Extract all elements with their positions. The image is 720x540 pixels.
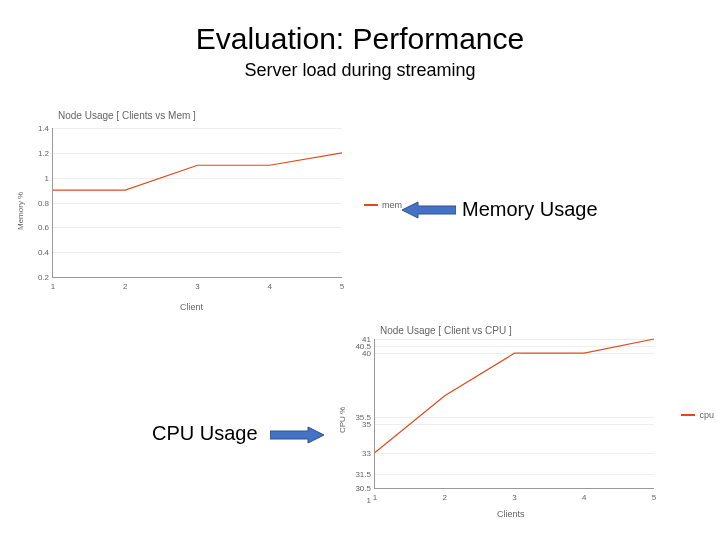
y-tick: 1 — [349, 495, 371, 504]
y-tick: 1.2 — [27, 148, 49, 157]
y-tick: 0.6 — [27, 223, 49, 232]
x-tick: 4 — [268, 282, 272, 291]
svg-marker-0 — [402, 202, 456, 218]
y-tick: 30.5 — [349, 484, 371, 493]
x-tick: 3 — [195, 282, 199, 291]
line-series — [375, 339, 654, 488]
y-axis-label: Memory % — [16, 192, 25, 230]
y-axis-label: CPU % — [338, 407, 347, 433]
arrow-right-icon — [270, 425, 324, 445]
y-tick: 1.4 — [27, 124, 49, 133]
svg-marker-1 — [270, 427, 324, 443]
x-axis-label: Clients — [497, 509, 525, 519]
legend: cpu — [681, 410, 714, 420]
chart-title: Node Usage [ Clients vs Mem ] — [58, 110, 196, 121]
legend: mem — [364, 200, 402, 210]
memory-callout: Memory Usage — [462, 198, 598, 221]
x-tick: 1 — [373, 493, 377, 502]
plot-area: 41 40.5 40 35.5 35 33 31.5 30.5 1 1 2 3 … — [374, 339, 654, 489]
y-tick: 31.5 — [349, 469, 371, 478]
y-tick: 33 — [349, 448, 371, 457]
legend-swatch — [681, 414, 695, 416]
chart-title: Node Usage [ Client vs CPU ] — [380, 325, 512, 336]
x-tick: 1 — [51, 282, 55, 291]
y-tick: 40 — [349, 349, 371, 358]
x-axis-label: Client — [180, 302, 203, 312]
x-tick: 4 — [582, 493, 586, 502]
arrow-left-icon — [402, 200, 456, 220]
legend-label: cpu — [699, 410, 714, 420]
x-tick: 5 — [652, 493, 656, 502]
x-tick: 2 — [123, 282, 127, 291]
plot-area: 1.4 1.2 1 0.8 0.6 0.4 0.2 1 2 3 4 5 — [52, 128, 342, 278]
line-series — [53, 128, 342, 277]
cpu-callout: CPU Usage — [152, 422, 258, 445]
memory-chart: Node Usage [ Clients vs Mem ] Memory % C… — [10, 110, 400, 320]
x-tick: 2 — [443, 493, 447, 502]
y-tick: 35 — [349, 420, 371, 429]
y-tick: 0.8 — [27, 198, 49, 207]
page-subtitle: Server load during streaming — [0, 60, 720, 81]
cpu-chart: Node Usage [ Client vs CPU ] CPU % Clien… — [332, 325, 712, 525]
page-title: Evaluation: Performance — [0, 22, 720, 56]
legend-label: mem — [382, 200, 402, 210]
x-tick: 3 — [512, 493, 516, 502]
y-tick: 1 — [27, 173, 49, 182]
y-tick: 0.4 — [27, 248, 49, 257]
legend-swatch — [364, 204, 378, 206]
y-tick: 0.2 — [27, 273, 49, 282]
x-tick: 5 — [340, 282, 344, 291]
